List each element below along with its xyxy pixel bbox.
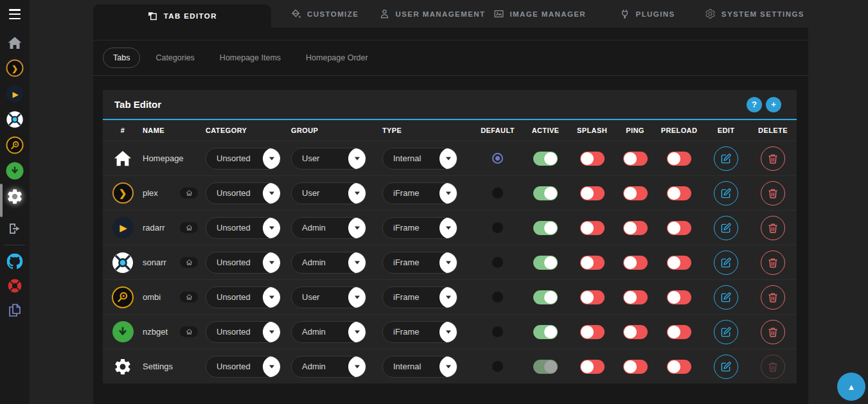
group-select[interactable]: Admin bbox=[291, 217, 366, 239]
group-select[interactable]: Admin bbox=[291, 356, 366, 378]
default-radio[interactable] bbox=[492, 361, 503, 372]
delete-button[interactable] bbox=[761, 320, 785, 344]
homepage-badge-icon[interactable] bbox=[180, 257, 198, 268]
splash-toggle[interactable] bbox=[580, 186, 605, 200]
scroll-to-top-button[interactable]: ▲ bbox=[837, 373, 865, 401]
edit-button[interactable] bbox=[714, 146, 738, 171]
delete-button[interactable] bbox=[761, 250, 785, 275]
group-select[interactable]: Admin bbox=[291, 252, 366, 274]
default-radio[interactable] bbox=[492, 222, 503, 233]
splash-toggle[interactable] bbox=[580, 152, 605, 166]
ping-toggle[interactable] bbox=[623, 256, 648, 270]
type-select[interactable]: iFrame bbox=[382, 321, 457, 343]
splash-toggle[interactable] bbox=[580, 256, 605, 270]
default-radio[interactable] bbox=[492, 153, 503, 164]
add-tab-button[interactable]: + bbox=[766, 97, 781, 112]
edit-button[interactable] bbox=[714, 285, 738, 310]
ping-toggle[interactable] bbox=[623, 152, 648, 166]
type-select[interactable]: iFrame bbox=[382, 252, 457, 274]
preload-toggle[interactable] bbox=[667, 152, 691, 166]
preload-toggle[interactable] bbox=[667, 325, 691, 339]
category-select[interactable]: Unsorted bbox=[206, 182, 281, 204]
edit-button[interactable] bbox=[714, 181, 738, 206]
top-tab-user-management[interactable]: USER MANAGEMENT bbox=[378, 0, 486, 28]
top-tab-tab-editor[interactable]: TAB EDITOR bbox=[93, 4, 271, 28]
sub-tab-categories[interactable]: Categories bbox=[146, 48, 204, 67]
active-toggle[interactable] bbox=[533, 325, 558, 339]
delete-button[interactable] bbox=[761, 355, 785, 379]
splash-toggle[interactable] bbox=[580, 221, 605, 235]
category-select[interactable]: Unsorted bbox=[206, 252, 281, 274]
ping-toggle[interactable] bbox=[623, 221, 648, 235]
top-tab-plugins[interactable]: PLUGINS bbox=[593, 0, 700, 28]
splash-toggle[interactable] bbox=[580, 325, 605, 339]
sidebar-item-radarr[interactable]: ▶ bbox=[6, 85, 24, 103]
default-radio[interactable] bbox=[492, 188, 503, 198]
preload-toggle[interactable] bbox=[667, 256, 691, 270]
sidebar-item-support[interactable] bbox=[7, 278, 23, 294]
delete-button[interactable] bbox=[761, 285, 785, 310]
preload-toggle[interactable] bbox=[667, 221, 691, 235]
delete-button[interactable] bbox=[761, 216, 785, 240]
sidebar-item-nzbget[interactable] bbox=[6, 162, 24, 180]
category-select[interactable]: Unsorted bbox=[206, 286, 281, 308]
homepage-badge-icon[interactable] bbox=[180, 326, 198, 337]
category-select[interactable]: Unsorted bbox=[206, 217, 281, 239]
help-button[interactable]: ? bbox=[747, 97, 762, 112]
sidebar-item-github[interactable] bbox=[7, 254, 23, 270]
type-select[interactable]: Internal bbox=[382, 148, 457, 170]
default-radio[interactable] bbox=[492, 257, 503, 268]
splash-toggle[interactable] bbox=[580, 360, 605, 374]
sidebar-item-home[interactable] bbox=[7, 35, 22, 51]
preload-toggle[interactable] bbox=[667, 360, 691, 374]
ping-toggle[interactable] bbox=[623, 290, 648, 304]
delete-button[interactable] bbox=[761, 146, 785, 171]
active-toggle[interactable] bbox=[533, 290, 558, 304]
group-select[interactable]: User bbox=[291, 182, 366, 204]
ping-toggle[interactable] bbox=[623, 186, 648, 200]
splash-toggle[interactable] bbox=[580, 290, 605, 304]
sub-tab-homepage-items[interactable]: Homepage Items bbox=[210, 48, 290, 67]
category-select[interactable]: Unsorted bbox=[206, 321, 281, 343]
delete-button[interactable] bbox=[761, 181, 785, 206]
edit-button[interactable] bbox=[714, 320, 738, 344]
ping-toggle[interactable] bbox=[623, 325, 648, 339]
default-radio[interactable] bbox=[492, 292, 503, 303]
edit-button[interactable] bbox=[714, 216, 738, 240]
type-select[interactable]: iFrame bbox=[382, 286, 457, 308]
sidebar-scrollbar[interactable] bbox=[0, 184, 3, 217]
sub-tab-homepage-order[interactable]: Homepage Order bbox=[296, 48, 378, 67]
homepage-badge-icon[interactable] bbox=[180, 292, 198, 303]
sidebar-item-sonarr[interactable] bbox=[6, 111, 24, 128]
category-select[interactable]: Unsorted bbox=[206, 148, 281, 170]
homepage-badge-icon[interactable] bbox=[180, 222, 198, 233]
active-toggle[interactable] bbox=[533, 186, 558, 200]
preload-toggle[interactable] bbox=[667, 290, 691, 304]
group-select[interactable]: User bbox=[291, 148, 366, 170]
sidebar-item-plex[interactable]: ❯ bbox=[6, 60, 24, 77]
top-tab-customize[interactable]: CUSTOMIZE bbox=[271, 0, 378, 28]
homepage-badge-icon[interactable] bbox=[180, 188, 198, 198]
sub-tab-tabs[interactable]: Tabs bbox=[103, 48, 140, 68]
default-radio[interactable] bbox=[492, 326, 503, 337]
group-select[interactable]: User bbox=[291, 286, 366, 308]
active-toggle[interactable] bbox=[533, 152, 558, 166]
category-select[interactable]: Unsorted bbox=[206, 356, 281, 378]
type-select[interactable]: Internal bbox=[382, 356, 457, 378]
sidebar-item-logout[interactable] bbox=[7, 221, 22, 236]
active-toggle[interactable] bbox=[533, 256, 558, 270]
edit-button[interactable] bbox=[714, 355, 738, 379]
preload-toggle[interactable] bbox=[667, 186, 691, 200]
active-toggle[interactable] bbox=[533, 360, 558, 374]
ping-toggle[interactable] bbox=[623, 360, 648, 374]
type-select[interactable]: iFrame bbox=[382, 182, 457, 204]
sidebar-item-ombi[interactable] bbox=[6, 137, 24, 154]
type-select[interactable]: iFrame bbox=[382, 217, 457, 239]
edit-button[interactable] bbox=[714, 250, 738, 275]
group-select[interactable]: Admin bbox=[291, 321, 366, 343]
top-tab-image-manager[interactable]: IMAGE MANAGER bbox=[486, 0, 593, 28]
top-tab-system-settings[interactable]: SYSTEM SETTINGS bbox=[701, 0, 808, 28]
active-toggle[interactable] bbox=[533, 221, 558, 235]
sidebar-item-settings[interactable] bbox=[6, 188, 24, 206]
hamburger-menu-icon[interactable] bbox=[9, 9, 21, 19]
